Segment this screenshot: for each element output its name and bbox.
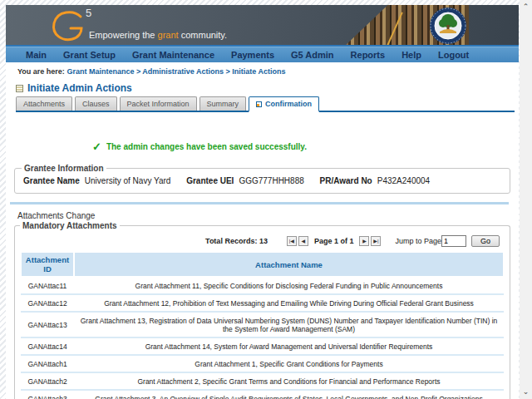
go-button[interactable]: Go	[471, 235, 500, 247]
page-indicator: Page 1 of 1	[314, 237, 354, 245]
tagline-pre: Empowering the	[89, 30, 158, 40]
g5-logo	[49, 8, 87, 43]
breadcrumb-path[interactable]: Grant Maintenance > Administrative Actio…	[66, 67, 285, 76]
tab-confirmation[interactable]: Confirmation	[249, 96, 319, 112]
attachment-name-cell: Grant Attachment 14, System for Award Ma…	[74, 337, 504, 355]
nav-item-reports[interactable]: Reports	[342, 50, 394, 60]
vertical-scrollbar[interactable]: ⌃ ⌄	[520, 0, 532, 399]
previous-page-button[interactable]: ◀	[298, 236, 308, 246]
tab-packet-information[interactable]: Packet Information	[120, 96, 197, 111]
attachment-name-cell: Grant Attachment 1, Specific Grant Condi…	[74, 355, 504, 372]
success-message: ✓ The admin changes have been saved succ…	[92, 140, 519, 153]
nav-item-logout[interactable]: Logout	[430, 50, 477, 60]
table-row[interactable]: GANAttach2Grant Attachment 2, Specific G…	[21, 372, 504, 390]
page-title-row: Initiate Admin Actions	[16, 82, 519, 94]
attachment-id-cell: GANAttac11	[21, 277, 74, 294]
first-page-button[interactable]: |◀	[287, 236, 297, 246]
tagline-highlight: grant	[158, 30, 179, 40]
grantee-name-value: University of Navy Yard	[85, 176, 171, 185]
last-page-button[interactable]: ▶|	[371, 236, 381, 246]
tab-attachments[interactable]: Attachments	[16, 96, 72, 111]
breadcrumb-prefix: You are here:	[17, 67, 65, 76]
attachment-id-cell: GANAttac13	[21, 312, 74, 337]
breadcrumb: You are here: Grant Maintenance > Admini…	[6, 62, 519, 78]
grantee-fields: Grantee NameUniversity of Navy Yard Gran…	[22, 174, 503, 187]
main-navigation: Main Grant Setup Grant Maintenance Payme…	[6, 47, 519, 62]
page-container: 5 Empowering the grant community. Main G…	[6, 5, 519, 399]
tab-summary[interactable]: Summary	[200, 96, 247, 111]
page-title-icon	[16, 85, 23, 92]
attachment-name-cell: Grant Attachment 3, An Overview of Singl…	[74, 390, 504, 399]
attachment-name-cell: Grant Attachment 11, Specific Conditions…	[74, 277, 504, 294]
table-row[interactable]: GANAttac12Grant Attachment 12, Prohibiti…	[21, 294, 504, 312]
grantee-information-panel: Grantee Information Grantee NameUniversi…	[14, 164, 510, 194]
nav-item-grant-maintenance[interactable]: Grant Maintenance	[124, 50, 223, 60]
total-records-label: Total Records: 13	[205, 237, 268, 245]
pagination-bar: Total Records: 13 |◀ ◀ Page 1 of 1 ▶ ▶| …	[20, 235, 500, 247]
attachment-name-cell: Grant Attachment 12, Prohibition of Text…	[74, 294, 504, 312]
nav-item-help[interactable]: Help	[393, 50, 430, 60]
attachments-change-label: Attachments Change	[17, 211, 519, 220]
tab-clauses[interactable]: Clauses	[75, 96, 117, 111]
table-row[interactable]: GANAttach1Grant Attachment 1, Specific G…	[21, 355, 504, 372]
section-divider	[10, 202, 509, 204]
nav-item-main[interactable]: Main	[17, 50, 55, 60]
attachment-name-cell: Grant Attachment 2, Specific Grant Terms…	[74, 372, 504, 390]
tab-confirmation-label: Confirmation	[265, 100, 312, 108]
nav-item-g5-admin[interactable]: G5 Admin	[283, 50, 342, 60]
nav-item-grant-setup[interactable]: Grant Setup	[55, 50, 124, 60]
tagline-post: community.	[179, 30, 227, 40]
grantee-uei-label: Grantee UEI	[186, 176, 234, 185]
department-of-education-seal-icon	[429, 7, 467, 45]
table-row[interactable]: GANAttac11Grant Attachment 11, Specific …	[21, 277, 504, 294]
grantee-information-legend: Grantee Information	[22, 164, 106, 173]
attachment-id-cell: GANAttac12	[21, 294, 74, 312]
attachments-table: Attachment ID Attachment Name GANAttac11…	[20, 251, 505, 399]
pr-award-no-value: P432A240004	[377, 176, 430, 185]
table-header-row: Attachment ID Attachment Name	[21, 252, 504, 277]
attachment-id-cell: GANAttach3	[21, 390, 74, 399]
table-row[interactable]: GANAttac13Grant Attachment 13, Registrat…	[21, 312, 504, 337]
jump-to-page-label: Jump to Page	[395, 237, 441, 245]
gold-swoosh-decoration	[318, 5, 403, 47]
attachment-id-cell: GANAttac14	[21, 337, 74, 355]
app-banner: 5 Empowering the grant community.	[6, 5, 519, 47]
attachment-id-header: Attachment ID	[21, 252, 74, 277]
success-text: The admin changes have been saved succes…	[106, 142, 307, 151]
scroll-down-icon[interactable]: ⌄	[523, 388, 530, 396]
attachment-name-header: Attachment Name	[74, 252, 504, 277]
checkmark-icon: ✓	[92, 140, 101, 153]
attachment-name-cell: Grant Attachment 13, Registration of Dat…	[74, 312, 504, 337]
nav-item-payments[interactable]: Payments	[223, 50, 283, 60]
mandatory-attachments-legend: Mandatory Attachments	[20, 221, 120, 230]
mandatory-attachments-panel: Mandatory Attachments Total Records: 13 …	[14, 221, 510, 399]
jump-to-page-input[interactable]	[441, 235, 466, 247]
banner-tagline: Empowering the grant community.	[89, 30, 227, 40]
next-page-button[interactable]: ▶	[359, 236, 369, 246]
table-row[interactable]: GANAttach3Grant Attachment 3, An Overvie…	[21, 390, 504, 399]
grantee-name-label: Grantee Name	[23, 176, 80, 185]
pr-award-no-label: PR/Award No	[320, 176, 372, 185]
scroll-up-icon[interactable]: ⌃	[523, 3, 530, 11]
g5-logo-sup: 5	[86, 7, 91, 19]
attachment-id-cell: GANAttach1	[21, 355, 74, 372]
attachment-id-cell: GANAttach2	[21, 372, 74, 390]
grantee-uei-value: GGG777HHH888	[239, 176, 303, 185]
page-title: Initiate Admin Actions	[27, 82, 132, 94]
tab-bar: Attachments Clauses Packet Information S…	[16, 96, 515, 112]
table-row[interactable]: GANAttac14Grant Attachment 14, System fo…	[21, 337, 504, 355]
confirmation-tab-icon	[256, 101, 262, 107]
